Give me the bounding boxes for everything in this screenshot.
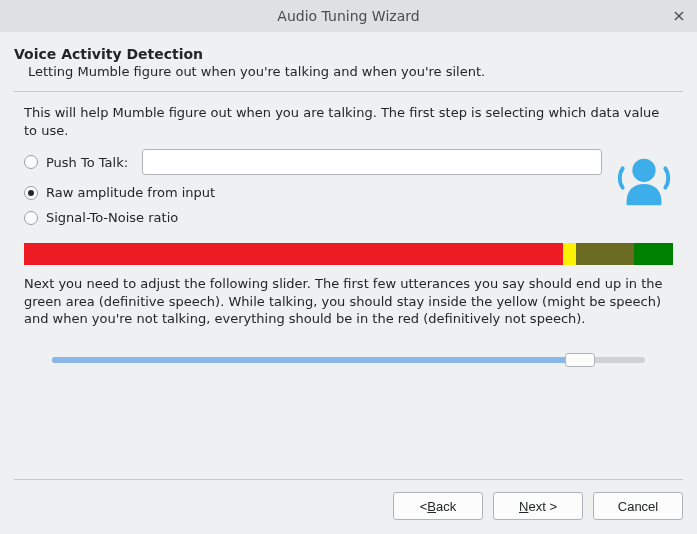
radio-ptt-label: Push To Talk: <box>46 155 128 170</box>
titlebar: Audio Tuning Wizard × <box>0 0 697 32</box>
radio-snr[interactable] <box>24 211 38 225</box>
radio-raw-label: Raw amplitude from input <box>46 185 215 200</box>
window-close-button[interactable]: × <box>671 8 687 24</box>
meter-red-zone <box>24 243 563 265</box>
radio-ptt[interactable] <box>24 155 38 169</box>
svg-point-0 <box>632 159 655 182</box>
meter-green-zone <box>634 243 673 265</box>
slider-thumb[interactable] <box>565 353 595 367</box>
vad-options: Push To Talk: Raw amplitude from input S… <box>24 149 673 229</box>
radio-snr-label: Signal-To-Noise ratio <box>46 210 178 225</box>
next-button[interactable]: Next > <box>493 492 583 520</box>
ptt-shortcut-input[interactable] <box>142 149 602 175</box>
option-raw-amplitude[interactable]: Raw amplitude from input <box>24 185 673 200</box>
intro-text: This will help Mumble figure out when yo… <box>24 104 673 139</box>
slider-fill <box>52 357 580 363</box>
wizard-content: Voice Activity Detection Letting Mumble … <box>0 32 697 467</box>
divider <box>14 91 683 92</box>
back-prefix: < <box>420 499 428 514</box>
option-push-to-talk[interactable]: Push To Talk: <box>24 149 673 175</box>
button-row: < Back Next > Cancel <box>14 492 683 520</box>
meter-yellow-zone <box>563 243 576 265</box>
cancel-button[interactable]: Cancel <box>593 492 683 520</box>
slider-help-text: Next you need to adjust the following sl… <box>24 275 673 328</box>
page-title: Voice Activity Detection <box>14 46 683 62</box>
footer-divider <box>14 479 683 480</box>
wizard-window: Audio Tuning Wizard × Voice Activity Det… <box>0 0 697 534</box>
option-snr[interactable]: Signal-To-Noise ratio <box>24 210 673 225</box>
next-mnemonic: N <box>519 499 528 514</box>
page-subtitle: Letting Mumble figure out when you're ta… <box>28 64 683 79</box>
meter-olive-zone <box>576 243 634 265</box>
wizard-footer: < Back Next > Cancel <box>0 467 697 534</box>
level-meter <box>24 243 673 265</box>
next-rest: ext > <box>528 499 557 514</box>
vad-threshold-slider[interactable] <box>52 350 645 370</box>
back-mnemonic: B <box>427 499 436 514</box>
window-title: Audio Tuning Wizard <box>277 8 419 24</box>
radio-raw[interactable] <box>24 186 38 200</box>
back-button[interactable]: < Back <box>393 492 483 520</box>
back-rest: ack <box>436 499 456 514</box>
cancel-label: Cancel <box>618 499 658 514</box>
talking-user-icon <box>613 149 675 211</box>
